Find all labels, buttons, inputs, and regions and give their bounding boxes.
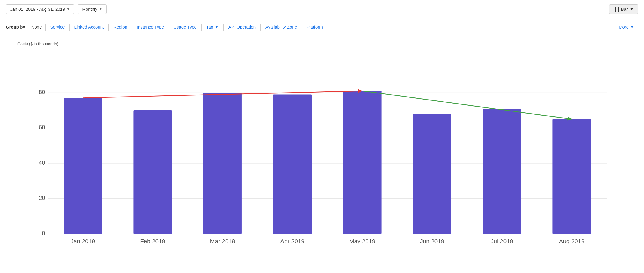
svg-rect-20: [413, 114, 451, 234]
top-bar-left: Jan 01, 2019 - Aug 31, 2019 ▼ Monthly ▼: [6, 4, 107, 14]
svg-text:0: 0: [42, 230, 45, 236]
divider: [132, 24, 132, 31]
svg-text:80: 80: [39, 88, 45, 95]
svg-rect-22: [483, 109, 521, 234]
divider: [260, 24, 261, 31]
sidebar-item-service[interactable]: Service: [46, 23, 69, 31]
svg-text:60: 60: [39, 124, 45, 130]
divider: [223, 24, 224, 31]
tag-caret: ▼: [214, 24, 219, 29]
svg-text:Jun 2019: Jun 2019: [420, 238, 444, 244]
sidebar-item-usage-type[interactable]: Usage Type: [169, 23, 201, 31]
chart-type-label: Bar: [621, 7, 628, 12]
sidebar-item-linked-account[interactable]: Linked Account: [70, 23, 108, 31]
svg-rect-14: [203, 93, 242, 234]
chart-type-caret: ▼: [629, 7, 634, 12]
svg-rect-24: [552, 119, 591, 234]
svg-line-28: [362, 91, 572, 119]
chart-area: Costs ($ in thousands) 020406080Jan 2019…: [0, 36, 644, 259]
group-by-bar: Group by: None Service Linked Account Re…: [0, 18, 644, 36]
granularity-caret: ▼: [99, 7, 102, 11]
svg-rect-10: [64, 98, 102, 234]
date-range-button[interactable]: Jan 01, 2019 - Aug 31, 2019 ▼: [6, 4, 74, 14]
svg-text:Mar 2019: Mar 2019: [210, 238, 235, 244]
svg-text:Jul 2019: Jul 2019: [491, 238, 513, 244]
svg-text:Feb 2019: Feb 2019: [140, 238, 165, 244]
divider: [108, 24, 109, 31]
svg-rect-18: [343, 91, 381, 234]
granularity-label: Monthly: [82, 7, 97, 12]
date-range-label: Jan 01, 2019 - Aug 31, 2019: [10, 7, 65, 12]
chart-type-button[interactable]: ▐▐ Bar ▼: [609, 4, 638, 14]
sidebar-item-tag[interactable]: Tag ▼: [202, 23, 223, 31]
svg-text:Aug 2019: Aug 2019: [559, 238, 585, 244]
svg-rect-12: [133, 110, 172, 234]
sidebar-item-region[interactable]: Region: [109, 23, 131, 31]
sidebar-item-api-operation[interactable]: API Operation: [224, 23, 260, 31]
svg-text:May 2019: May 2019: [349, 238, 375, 244]
chart-type-area: ▐▐ Bar ▼: [609, 4, 638, 14]
divider: [201, 24, 202, 31]
top-bar: Jan 01, 2019 - Aug 31, 2019 ▼ Monthly ▼ …: [0, 0, 644, 18]
divider: [69, 24, 70, 31]
divider: [302, 24, 302, 31]
svg-rect-16: [273, 94, 312, 234]
divider: [169, 24, 169, 31]
svg-text:40: 40: [39, 159, 45, 166]
more-caret: ▼: [630, 24, 634, 29]
bar-chart-icon: ▐▐: [613, 7, 619, 11]
sidebar-item-more[interactable]: More ▼: [615, 23, 638, 31]
sidebar-item-instance-type[interactable]: Instance Type: [133, 23, 168, 31]
chart-container: 020406080Jan 2019Feb 2019Mar 2019Apr 201…: [6, 49, 635, 253]
chart-y-axis-title: Costs ($ in thousands): [17, 42, 635, 46]
group-by-label: Group by:: [6, 24, 27, 29]
sidebar-item-availability-zone[interactable]: Availability Zone: [261, 23, 301, 31]
group-by-none: None: [28, 23, 45, 31]
svg-text:20: 20: [39, 194, 45, 201]
svg-text:Jan 2019: Jan 2019: [71, 238, 95, 244]
date-range-caret: ▼: [67, 7, 70, 11]
svg-text:Apr 2019: Apr 2019: [280, 238, 305, 244]
granularity-button[interactable]: Monthly ▼: [78, 4, 106, 14]
sidebar-item-platform[interactable]: Platform: [303, 23, 327, 31]
divider: [45, 24, 46, 31]
bar-chart-svg: 020406080Jan 2019Feb 2019Mar 2019Apr 201…: [6, 49, 635, 253]
